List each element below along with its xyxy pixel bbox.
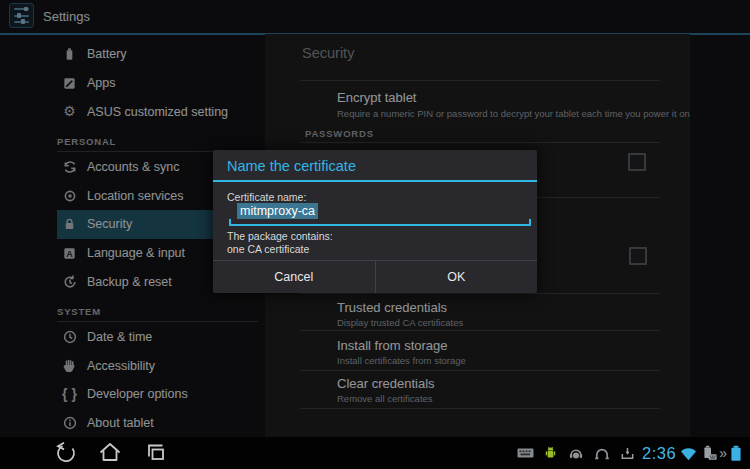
wifi-icon (680, 446, 697, 461)
recents-button[interactable] (143, 440, 169, 466)
battery-icon (729, 445, 743, 462)
headset-icon (568, 446, 584, 461)
keyboard-icon (517, 447, 534, 459)
home-button[interactable] (97, 440, 123, 466)
back-button[interactable] (52, 440, 78, 466)
ok-button[interactable]: OK (376, 261, 538, 293)
dialog-title-divider (213, 180, 537, 182)
input-selected-text: mitmproxy-ca (237, 203, 318, 219)
system-bar: 2:36 » (0, 437, 750, 469)
certificate-name-label: Certificate name: (227, 191, 306, 203)
android-settings-screen: Settings Battery Apps ⚙ ASUS customized … (0, 0, 750, 469)
certificate-name-input[interactable]: mitmproxy-ca (237, 204, 318, 218)
package-contents-value: one CA certificate (227, 243, 309, 255)
status-cluster[interactable]: 2:36 » (517, 437, 743, 469)
headphones-icon (594, 446, 610, 461)
dialog-button-bar: Cancel OK (213, 260, 537, 293)
dialog-title: Name the certificate (227, 150, 356, 181)
clock-time[interactable]: 2:36 (642, 444, 676, 463)
dock-keyboard-battery-icon (700, 445, 717, 461)
install-notification-icon (620, 446, 635, 461)
chevron-right-icon: » (719, 445, 727, 461)
usb-debugging-android-icon (543, 445, 558, 461)
cancel-button[interactable]: Cancel (213, 261, 376, 293)
package-contains-label: The package contains: (227, 230, 333, 242)
input-underline (229, 219, 531, 226)
certificate-name-dialog: Name the certificate Certificate name: m… (213, 150, 537, 293)
